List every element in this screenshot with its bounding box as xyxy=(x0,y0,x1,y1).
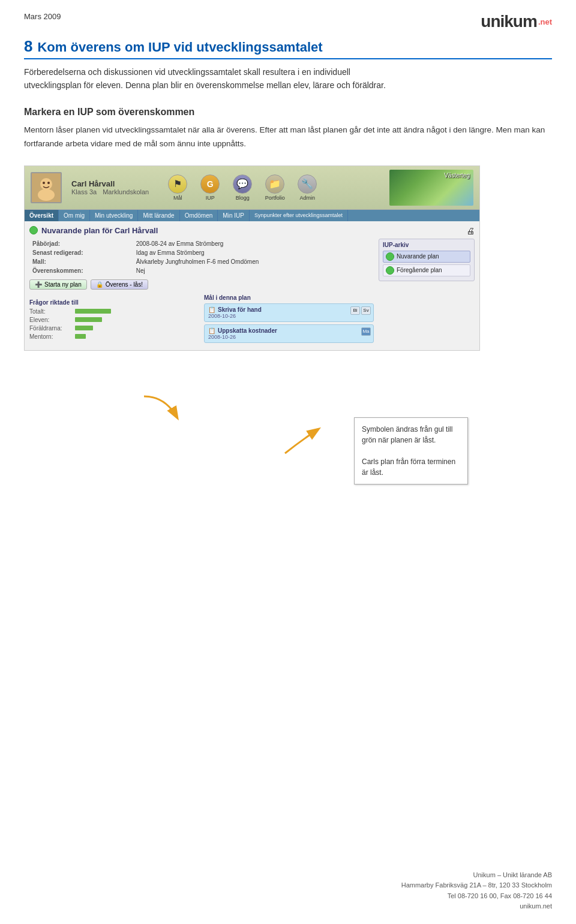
nav-icon-mal[interactable]: ⚑ Mål xyxy=(164,174,191,201)
goal-actions-1: Bl Sv xyxy=(350,306,371,315)
date-label: Mars 2009 xyxy=(24,12,61,21)
tab-mitt-larande[interactable]: Mitt lärande xyxy=(138,210,179,221)
archive-block: IUP-arkiv Nuvarande plan Föregående plan xyxy=(379,239,475,281)
q-bar-foraldrarna xyxy=(75,326,93,330)
tab-synpunkter[interactable]: Synpunkter efter utvecklingssamtalet xyxy=(250,210,348,221)
user-meta: Klass 3a Marklundskolan xyxy=(71,188,149,195)
tab-min-iup[interactable]: Min IUP xyxy=(218,210,250,221)
q-row-eleven: Eleven: xyxy=(29,317,199,323)
nav-icon-portfolio[interactable]: 📁 Portfolio xyxy=(262,174,288,201)
goal-date-2: 2008-10-26 xyxy=(208,334,370,340)
q-bar-eleven xyxy=(75,317,102,322)
callout-line5: Carls plan från förra xyxy=(362,458,425,466)
main-content: Nuvarande plan för Carl Hårvall 🖨 Påbörj… xyxy=(25,221,479,350)
screenshot-topbar: Carl Hårvall Klass 3a Marklundskolan ⚑ M… xyxy=(25,166,479,210)
user-class: Klass 3a xyxy=(71,188,97,195)
goals-block: Mål i denna plan 📋 Skriva för hand 2008-… xyxy=(204,294,374,343)
lock-button[interactable]: 🔒 Överens - lås! xyxy=(91,279,148,290)
q-bar-totalt xyxy=(75,309,111,314)
meta-row-mall: Mall: Älvkarleby Jungfruholmen F-6 med O… xyxy=(31,258,373,266)
svg-point-2 xyxy=(38,189,55,201)
nav-icon-iup[interactable]: G IUP xyxy=(197,174,223,201)
tab-min-utveckling[interactable]: Min utveckling xyxy=(90,210,138,221)
meta-value-edited: Idag av Emma Strömberg xyxy=(134,249,373,257)
archive-label-previous: Föregående plan xyxy=(397,267,442,273)
goal-card-1[interactable]: 📋 Skriva för hand 2008-10-26 Bl Sv xyxy=(204,303,374,322)
meta-value-mall: Älvkarleby Jungfruholmen F-6 med Omdömen xyxy=(134,258,373,266)
logo: unikum .net xyxy=(481,12,552,31)
callout-line3: är låst. xyxy=(414,436,436,444)
subsection-title: Markera en IUP som överenskommen xyxy=(24,107,552,118)
page-header: Mars 2009 unikum .net xyxy=(24,12,552,31)
left-column: Påbörjad: 2008-08-24 av Emma Strömberg S… xyxy=(29,239,374,345)
tab-omdomen[interactable]: Omdömen xyxy=(180,210,218,221)
avatar xyxy=(31,172,62,203)
tab-oversikt[interactable]: Översikt xyxy=(25,210,59,221)
archive-icon-previous xyxy=(386,266,394,275)
meta-row-overenskommen: Överenskommen: Nej xyxy=(31,267,373,275)
goal-card-2[interactable]: 📋 Uppskatta kostnader 2008-10-26 Ma xyxy=(204,324,374,343)
meta-label-mall: Mall: xyxy=(31,258,133,266)
goal-title-2: 📋 Uppskatta kostnader xyxy=(208,327,370,334)
location-label: Västerteg xyxy=(444,172,470,179)
screenshot-container: Carl Hårvall Klass 3a Marklundskolan ⚑ M… xyxy=(24,165,480,351)
new-plan-icon: ➕ xyxy=(35,281,42,288)
svg-point-1 xyxy=(40,178,52,190)
footer: Unikum – Unikt lärande AB Hammarby Fabri… xyxy=(401,870,552,912)
mal-icon: ⚑ xyxy=(168,174,187,194)
footer-line1: Unikum – Unikt lärande AB xyxy=(401,870,552,881)
intro-paragraph: Förberedelserna och diskussionen vid utv… xyxy=(24,65,552,92)
footer-line3: Tel 08-720 16 00, Fax 08-720 16 44 xyxy=(401,891,552,902)
callout-line1: Symbolen ändras från xyxy=(362,425,432,434)
goal-action-bl[interactable]: Bl xyxy=(350,306,360,315)
goal-actions-2: Ma xyxy=(361,327,371,336)
nav-label-admin: Admin xyxy=(299,195,315,201)
q-label-foraldrarna: Föräldrarna: xyxy=(29,325,71,332)
goal-date-1: 2008-10-26 xyxy=(208,313,370,319)
meta-value-started: 2008-08-24 av Emma Strömberg xyxy=(134,240,373,248)
user-info: Carl Hårvall Klass 3a Marklundskolan xyxy=(71,179,149,195)
meta-value-overenskommen: Nej xyxy=(134,267,373,275)
meta-table: Påbörjad: 2008-08-24 av Emma Strömberg S… xyxy=(29,239,374,276)
q-bar-mentorn xyxy=(75,334,86,339)
vasterteg-image: Västerteg xyxy=(389,170,473,206)
nav-icon-blogg[interactable]: 💬 Blogg xyxy=(229,174,256,201)
nav-icon-admin[interactable]: 🔧 Admin xyxy=(294,174,320,201)
goals-section: Mål i denna plan 📋 Skriva för hand 2008-… xyxy=(204,294,374,345)
location-image: Västerteg xyxy=(389,170,473,206)
section-title: Kom överens om IUP vid utvecklingssamtal… xyxy=(37,40,322,55)
archive-title: IUP-arkiv xyxy=(383,242,470,248)
goal-action-sv[interactable]: Sv xyxy=(361,306,371,315)
goal-action-ma[interactable]: Ma xyxy=(361,327,371,336)
meta-label-overenskommen: Överenskommen: xyxy=(31,267,133,275)
questions-section: Frågor riktade till Totalt: Eleven: xyxy=(29,294,199,345)
lock-label: Överens - lås! xyxy=(106,281,143,288)
footer-line2: Hammarby Fabriksväg 21A – 8tr, 120 33 St… xyxy=(401,880,552,891)
archive-item-current[interactable]: Nuvarande plan xyxy=(383,251,470,263)
intro-line1: Förberedelserna och diskussionen vid utv… xyxy=(24,67,350,77)
new-plan-button[interactable]: ➕ Starta ny plan xyxy=(29,279,87,290)
two-col-layout: Påbörjad: 2008-08-24 av Emma Strömberg S… xyxy=(29,239,475,345)
q-label-mentorn: Mentorn: xyxy=(29,333,71,340)
new-plan-label: Starta ny plan xyxy=(44,281,82,288)
nav-label-mal: Mål xyxy=(173,195,182,201)
archive-item-previous[interactable]: Föregående plan xyxy=(383,264,470,276)
body-text-1: Mentorn låser planen vid utvecklingssamt… xyxy=(24,124,552,151)
print-icon[interactable]: 🖨 xyxy=(466,226,475,236)
archive-icon-current xyxy=(386,252,394,261)
action-buttons: ➕ Starta ny plan 🔒 Överens - lås! xyxy=(29,279,374,290)
arrow-annotation-2 xyxy=(282,423,330,459)
arrow-annotation-1 xyxy=(141,393,189,429)
section-number: 8 xyxy=(24,37,32,55)
questions-block: Frågor riktade till Totalt: Eleven: xyxy=(29,299,199,340)
plan-icon xyxy=(29,226,38,234)
svg-point-4 xyxy=(47,182,50,184)
intro-line2: utvecklingsplan för eleven. Denna plan b… xyxy=(24,80,386,90)
meta-label-started: Påbörjad: xyxy=(31,240,133,248)
tab-om-mig[interactable]: Om mig xyxy=(59,210,90,221)
logo-suffix: .net xyxy=(538,17,552,26)
nav-icons: ⚑ Mål G IUP 💬 Blogg 📁 Portfolio xyxy=(164,174,320,201)
blogg-icon: 💬 xyxy=(233,174,252,194)
lock-icon: 🔒 xyxy=(96,281,103,288)
footer-line4: unikum.net xyxy=(401,901,552,912)
